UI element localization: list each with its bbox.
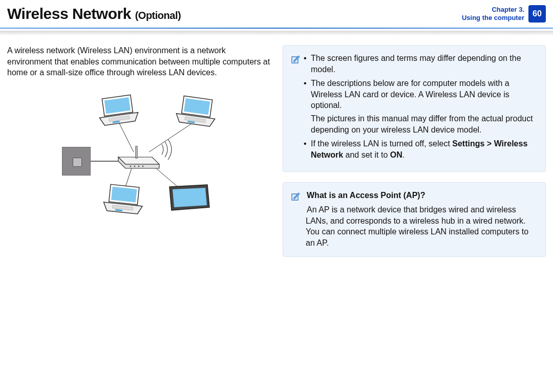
wall-outlet-icon: [62, 147, 91, 176]
chapter-label: Chapter 3. Using the computer: [462, 6, 524, 23]
page-header: Wireless Network (Optional) Chapter 3. U…: [0, 0, 553, 27]
header-divider: [0, 28, 553, 29]
ap-body: An AP is a network device that bridges w…: [306, 204, 536, 248]
network-diagram: [47, 85, 231, 224]
svg-rect-16: [111, 186, 137, 202]
content-columns: A wireless network (Wireless LAN) enviro…: [0, 36, 553, 267]
note-card-info: The screen figures and terms may differ …: [283, 45, 546, 172]
left-column: A wireless network (Wireless LAN) enviro…: [7, 45, 270, 267]
page-title: Wireless Network (Optional): [7, 5, 462, 23]
laptop-icon: [100, 182, 146, 220]
note-card-ap: What is an Access Point (AP)? An AP is a…: [283, 182, 546, 257]
laptop-icon: [95, 92, 142, 131]
note-bullet: The descriptions below are for computer …: [304, 78, 536, 135]
header-shadow: [0, 31, 553, 36]
note-icon: [290, 55, 302, 69]
chapter-line-2: Using the computer: [462, 14, 524, 22]
svg-point-9: [142, 165, 144, 167]
svg-rect-5: [136, 146, 137, 158]
intro-paragraph: A wireless network (Wireless LAN) enviro…: [7, 45, 270, 78]
note-bullet: The screen figures and terms may differ …: [304, 53, 536, 75]
router-icon: [115, 146, 162, 173]
title-main: Wireless Network: [7, 5, 131, 22]
chapter-line-1: Chapter 3.: [462, 6, 524, 14]
ap-heading: What is an Access Point (AP)?: [292, 190, 536, 201]
svg-point-6: [130, 165, 132, 167]
page-number-badge: 60: [528, 5, 546, 23]
page-number: 60: [533, 9, 542, 18]
svg-point-7: [134, 165, 136, 167]
right-column: The screen figures and terms may differ …: [283, 45, 546, 267]
laptop-icon: [173, 93, 220, 132]
tablet-icon: [165, 182, 211, 215]
note-icon: [290, 192, 302, 206]
svg-point-8: [138, 165, 140, 167]
title-optional: (Optional): [135, 10, 181, 21]
note-bullet: If the wireless LAN is turned off, selec…: [304, 138, 536, 160]
